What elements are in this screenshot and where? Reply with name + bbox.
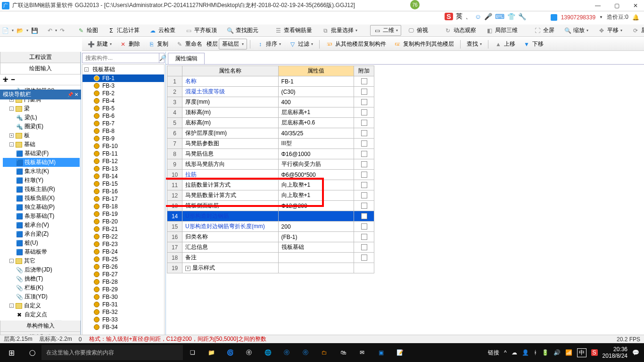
nav-tree-item[interactable]: 🟦筏板主筋(R)	[3, 185, 80, 194]
prop-extra-cell[interactable]	[354, 222, 374, 232]
copy-from-floor-button[interactable]: ⮒从其他楼层复制构件	[322, 39, 389, 49]
prop-name-cell[interactable]: 拉筋	[182, 170, 278, 180]
prop-extra-cell[interactable]	[354, 87, 374, 97]
nav-tree-item[interactable]: 📎挑檐(T)	[3, 274, 80, 283]
prop-row[interactable]: 10拉筋Φ6@500*500	[167, 170, 374, 180]
tray-link-label[interactable]: 链接	[488, 349, 499, 357]
comp-node[interactable]: FB-30	[83, 293, 164, 301]
zoom-button[interactable]: 🔍缩放▾	[561, 25, 592, 36]
tray-clock[interactable]: 20:36 2018/8/24	[603, 346, 627, 360]
prop-row[interactable]: 18备注	[167, 253, 374, 263]
dynamic-view-button[interactable]: ↻动态观察	[441, 25, 479, 36]
prop-row[interactable]: 15U形构造封边钢筋弯折长度(mm)200	[167, 222, 374, 232]
nav-tab-project-settings[interactable]: 工程设置	[0, 52, 81, 63]
prop-row[interactable]: 11拉筋数量计算方式向上取整+1	[167, 180, 374, 190]
ime-lang[interactable]: 英	[456, 12, 462, 21]
redo-icon[interactable]: ↷	[60, 27, 65, 34]
prop-value-cell[interactable]: 40/35/25	[278, 128, 354, 139]
prop-name-cell[interactable]: 厚度(mm)	[182, 97, 278, 107]
nav-minus-icon[interactable]: ━	[11, 76, 15, 83]
edge-icon[interactable]: ⓔ	[277, 343, 296, 362]
checkbox-icon[interactable]	[361, 130, 367, 136]
comp-node[interactable]: FB-24	[83, 248, 164, 255]
maximize-button[interactable]: ▢	[610, 1, 623, 10]
move-down-button[interactable]: ▼下移	[520, 39, 547, 49]
cloud-check-button[interactable]: ☁云检查	[146, 25, 179, 36]
flat-top-button[interactable]: ▭平齐板顶	[182, 25, 220, 36]
copy-to-floor-button[interactable]: ⮓复制构件到其他楼层	[390, 39, 457, 49]
prop-extra-cell[interactable]	[354, 149, 374, 159]
nav-tree-item[interactable]: -自定义	[3, 301, 80, 310]
emoji-icon[interactable]: ☺	[475, 13, 481, 20]
prop-name-cell[interactable]: U形构造封边钢筋	[182, 211, 278, 222]
expand-icon[interactable]: +	[185, 266, 190, 271]
tray-action-center-icon[interactable]: 💬	[632, 349, 639, 356]
nav-tree-item[interactable]: 🟦承台梁(Z)	[3, 230, 80, 239]
pan-button[interactable]: ✥平移▾	[594, 25, 626, 36]
checkbox-icon[interactable]	[361, 213, 367, 219]
nav-tree-item[interactable]: 📎后浇带(JD)	[3, 265, 80, 274]
floor-combo[interactable]: 基础层▾	[219, 39, 247, 49]
checkbox-icon[interactable]	[361, 234, 367, 240]
nav-tree-item[interactable]: 🟦桩(U)	[3, 239, 80, 247]
comp-node[interactable]: FB-32	[83, 308, 164, 316]
prop-row[interactable]: 9线形马凳筋方向平行横向受力筋	[167, 159, 374, 170]
batch-select-button[interactable]: ⧉批量选择▾	[318, 25, 361, 36]
prop-extra-cell[interactable]	[354, 242, 374, 253]
note-icon[interactable]: 📝	[390, 343, 409, 362]
tray-bluetooth-icon[interactable]: ᚼ	[534, 349, 537, 356]
tray-battery-icon[interactable]: 🔋	[542, 349, 549, 356]
prop-row[interactable]: 12马凳筋数量计算方式向上取整+1	[167, 190, 374, 201]
prop-row[interactable]: 3厚度(mm)400	[167, 97, 374, 107]
prop-name-cell[interactable]: 底标高(m)	[182, 118, 278, 128]
tray-wifi-icon[interactable]: 📶	[565, 349, 572, 356]
prop-extra-cell[interactable]	[354, 170, 374, 180]
prop-row[interactable]: 6保护层厚度(mm)40/35/25	[167, 128, 374, 139]
prop-extra-cell[interactable]	[354, 232, 374, 242]
prop-extra-cell[interactable]	[354, 211, 374, 222]
comp-node[interactable]: FB-16	[83, 188, 164, 195]
prop-name-cell[interactable]: 线形马凳筋方向	[182, 159, 278, 170]
find-button[interactable]: 查找▾	[463, 39, 485, 49]
notification-badge[interactable]: 76	[410, 0, 420, 9]
pin-icon[interactable]: 📌 ✕	[67, 92, 78, 97]
mic-icon[interactable]: 🎤	[484, 13, 492, 20]
prop-extra-cell[interactable]	[354, 180, 374, 190]
prop-extra-cell[interactable]	[354, 128, 374, 139]
top-view-button[interactable]: 🖵俯视	[404, 25, 431, 36]
comp-node[interactable]: FB-12	[83, 157, 164, 165]
prop-extra-cell[interactable]	[354, 118, 374, 128]
comp-node[interactable]: FB-33	[83, 316, 164, 323]
comp-node[interactable]: FB-34	[83, 323, 164, 331]
comp-node[interactable]: FB-6	[83, 112, 164, 120]
comp-node[interactable]: FB-21	[83, 225, 164, 233]
prop-value-cell[interactable]: (FB-1)	[278, 232, 354, 242]
prop-name-cell[interactable]: 马凳筋数量计算方式	[182, 190, 278, 201]
prop-name-cell[interactable]: 汇总信息	[182, 242, 278, 253]
prop-row[interactable]: 16归类名称(FB-1)	[167, 232, 374, 242]
property-edit-tab[interactable]: 属性编辑	[168, 53, 205, 64]
prop-name-cell[interactable]: 顶标高(m)	[182, 107, 278, 118]
nav-tree-item[interactable]: 🟦桩承台(V)	[3, 221, 80, 230]
user-id[interactable]: 13907298339	[561, 14, 595, 21]
checkbox-icon[interactable]	[361, 192, 367, 198]
view-2d-combo[interactable]: ▭二维▾	[370, 25, 401, 36]
bell-icon[interactable]: 🔔	[632, 14, 639, 21]
undo-icon[interactable]: ↶	[48, 27, 52, 34]
find-element-button[interactable]: 🔍查找图元	[223, 25, 262, 36]
comp-node[interactable]: FB-15	[83, 180, 164, 188]
prop-value-cell[interactable]: 层底标高+0.6	[278, 118, 354, 128]
nav-tree-item[interactable]: 🟦筏板基础(M)	[3, 158, 80, 167]
checkbox-icon[interactable]	[361, 89, 367, 95]
local-3d-button[interactable]: ◧局部三维	[482, 25, 521, 36]
wrench-icon[interactable]: 🔧	[518, 13, 526, 20]
prop-value-cell[interactable]: 向上取整+1	[278, 180, 354, 190]
tray-user-icon[interactable]: 👤	[522, 349, 529, 356]
prop-value-cell[interactable]: Φ6@500*500	[278, 170, 354, 180]
comp-node[interactable]: FB-19	[83, 210, 164, 218]
comp-node[interactable]: FB-9	[83, 135, 164, 142]
nav-tree-item[interactable]: ✖自定义点	[3, 310, 80, 319]
task-view-icon[interactable]: ❏	[183, 343, 202, 362]
comp-node[interactable]: FB-14	[83, 173, 164, 180]
nav-add-icon[interactable]: 🛨	[3, 76, 8, 83]
